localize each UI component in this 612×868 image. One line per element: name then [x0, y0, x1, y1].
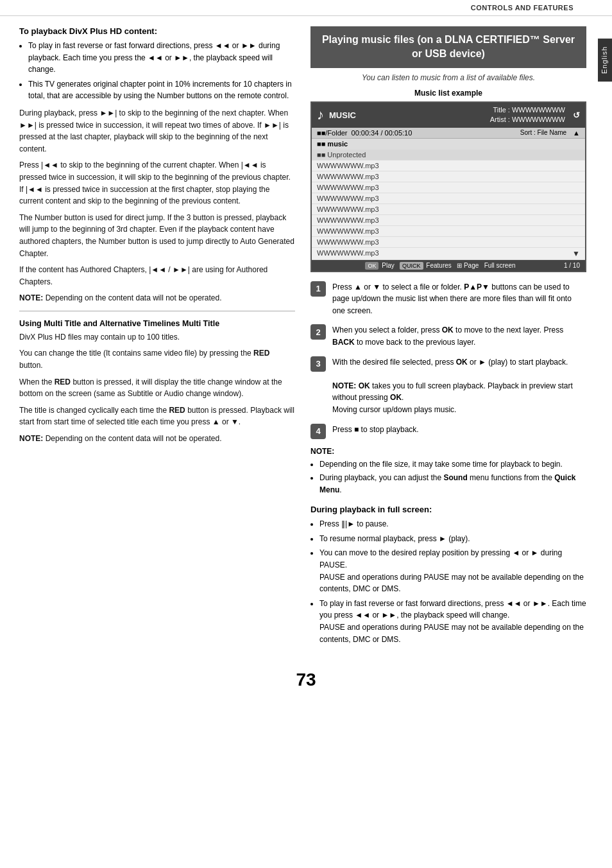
step-text-2: When you select a folder, press OK to mo…	[332, 324, 586, 348]
section1-para3: The Number button is used for direct jum…	[19, 212, 295, 259]
footer-page: Page	[464, 262, 479, 269]
music-ui-footer: 1 / 10 OK Play QUICK Features ⊞ Page Ful…	[312, 260, 585, 271]
step-num-1: 1	[310, 281, 326, 297]
step-text-3: With the desired file selected, press OK…	[332, 356, 586, 416]
step-text-1: Press ▲ or ▼ to select a file or folder.…	[332, 281, 586, 317]
section2-note1: NOTE: Depending on the content data will…	[19, 433, 295, 445]
step-4: 4 Press ■ to stop playback.	[310, 424, 586, 439]
note-item-1: Depending on the file size, it may take …	[319, 458, 586, 471]
step-text-4: Press ■ to stop playback.	[332, 424, 586, 436]
footer-fullscreen: Full screen	[484, 262, 516, 269]
music-title-info: Title : WWWWWWWW Artist : WWWWWWWW	[490, 105, 565, 125]
music-row-1: WWWWWWW.mp3	[312, 161, 585, 171]
music-row-unprotected: ■■ Unprotected	[312, 150, 585, 161]
note-section: NOTE: Depending on the file size, it may…	[310, 447, 586, 496]
header-title: CONTROLS AND FEATURES	[471, 4, 574, 12]
step-num-4: 4	[310, 424, 326, 439]
section1-para1: During playback, press ►►| to skip to th…	[19, 107, 295, 155]
footer-ok: OK	[365, 262, 378, 270]
note-title: NOTE:	[310, 447, 586, 456]
music-header-label: MUSIC	[329, 110, 356, 120]
bullet-2: This TV generates original chapter point…	[28, 78, 295, 102]
right-column: Playing music files (on a DLNA CERTIFIED…	[310, 26, 586, 650]
footer-page-indicator: 1 / 10	[564, 262, 580, 269]
time-text: 00:00:34 / 00:05:10	[352, 129, 412, 137]
main-content: To playback DivX Plus HD content: To pla…	[0, 16, 612, 663]
music-list-title: Music list example	[310, 89, 586, 98]
page-header: CONTROLS AND FEATURES	[0, 0, 612, 16]
music-row-7: WWWWWWW.mp3	[312, 226, 585, 237]
music-row-8: WWWWWWW.mp3	[312, 237, 585, 248]
footer-page-icon: ⊞	[457, 262, 462, 269]
section1-para2: Press |◄◄ to skip to the beginning of th…	[19, 159, 295, 207]
left-column: To playback DivX Plus HD content: To pla…	[19, 26, 295, 650]
section2-para4: The title is changed cyclically each tim…	[19, 404, 295, 428]
up-arrow-icon: ▲	[573, 129, 580, 137]
music-row-6: WWWWWWW.mp3	[312, 215, 585, 226]
music-title-text: Title : WWWWWWWW	[490, 105, 565, 115]
language-tab: English	[598, 39, 612, 82]
section1-bullets: To play in fast reverse or fast forward …	[28, 40, 295, 102]
playback-bullet-2: To resume normal playback, press ► (play…	[319, 533, 586, 545]
music-ui-info-row: ■■/Folder 00:00:34 / 00:05:10 Sort : Fil…	[312, 128, 585, 139]
music-ui-header: ♪ MUSIC Title : WWWWWWWW Artist : WWWWWW…	[312, 103, 585, 128]
step-1: 1 Press ▲ or ▼ to select a file or folde…	[310, 281, 586, 317]
step-3: 3 With the desired file selected, press …	[310, 356, 586, 416]
playback-bullet-3: You can move to the desired replay posit…	[319, 547, 586, 595]
step-num-3: 3	[310, 356, 326, 372]
refresh-icon: ↺	[573, 110, 580, 120]
divider-1	[19, 311, 295, 311]
music-row-4: WWWWWWW.mp3	[312, 193, 585, 204]
music-row-9: WWWWWWW.mp3 ▼	[312, 248, 585, 260]
footer-features: Features	[426, 262, 451, 269]
music-row-3: WWWWWWW.mp3	[312, 182, 585, 193]
note-list: Depending on the file size, it may take …	[319, 458, 586, 496]
playback-bullets: Press ‖|► to pause. To resume normal pla…	[319, 518, 586, 645]
note-item-2: During playback, you can adjust the Soun…	[319, 472, 586, 496]
music-ui: ♪ MUSIC Title : WWWWWWWW Artist : WWWWWW…	[310, 101, 586, 272]
footer-quick: QUICK	[400, 262, 423, 270]
page-number: 73	[0, 670, 612, 690]
folder-row: ■■/Folder	[317, 129, 348, 137]
playback-bullet-4: To play in fast reverse or fast forward …	[319, 598, 586, 645]
music-row-0: ■■ music	[312, 139, 585, 150]
footer-play: Play	[382, 262, 394, 269]
music-note-icon: ♪	[317, 108, 324, 122]
section1-title: To playback DivX Plus HD content:	[19, 26, 295, 36]
music-artist-text: Artist : WWWWWWWW	[490, 115, 565, 125]
playback-bullet-1: Press ‖|► to pause.	[319, 518, 586, 530]
section1-note1: NOTE: Depending on the content data will…	[19, 292, 295, 304]
section2-para1: DivX Plus HD files may contain up to 100…	[19, 331, 295, 343]
section2-para2: You can change the title (It contains sa…	[19, 347, 295, 371]
bullet-1: To play in fast reverse or fast forward …	[28, 40, 295, 76]
step-2: 2 When you select a folder, press OK to …	[310, 324, 586, 348]
music-rows-container: ■■ music ■■ Unprotected WWWWWWW.mp3 WWWW…	[312, 139, 585, 260]
section2-title: Using Multi Title and Alternative Timeli…	[19, 319, 295, 328]
right-box-title: Playing music files (on a DLNA CERTIFIED…	[310, 26, 586, 68]
playback-section-title: During playback in full screen:	[310, 505, 586, 514]
right-subtitle: You can listen to music from a list of a…	[310, 73, 586, 82]
step-num-2: 2	[310, 324, 326, 340]
section2-para3: When the RED button is pressed, it will …	[19, 376, 295, 400]
sort-text: Sort : File Name	[520, 129, 566, 136]
music-row-2: WWWWWWW.mp3	[312, 171, 585, 182]
section1-para4: If the content has Authored Chapters, |◄…	[19, 264, 295, 288]
music-row-5: WWWWWWW.mp3	[312, 204, 585, 215]
